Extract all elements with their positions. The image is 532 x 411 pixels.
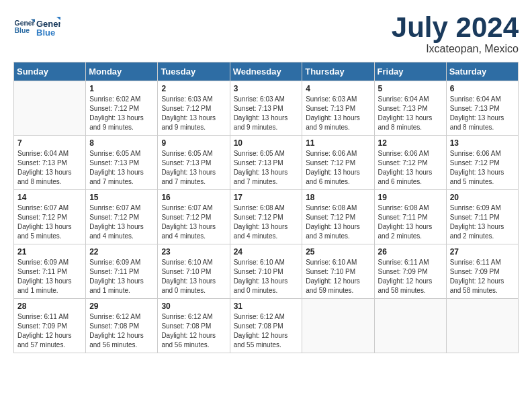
daylight-text: Daylight: 12 hours and 57 minutes. — [17, 332, 72, 349]
sunset-text: Sunset: 7:08 PM — [89, 322, 139, 330]
daylight-text: Daylight: 13 hours and 8 minutes. — [17, 169, 72, 185]
sunset-text: Sunset: 7:11 PM — [378, 214, 428, 221]
sunset-text: Sunset: 7:12 PM — [450, 159, 500, 167]
daylight-text: Daylight: 13 hours and 9 minutes. — [89, 114, 144, 131]
day-info: Sunrise: 6:08 AM Sunset: 7:12 PM Dayligh… — [234, 203, 299, 241]
calendar-cell: 4 Sunrise: 6:03 AM Sunset: 7:13 PM Dayli… — [302, 81, 374, 136]
day-header-friday: Friday — [374, 62, 446, 81]
sunrise-text: Sunrise: 6:12 AM — [161, 313, 212, 320]
day-number: 19 — [378, 193, 443, 202]
daylight-text: Daylight: 13 hours and 2 minutes. — [450, 223, 504, 240]
day-number: 22 — [89, 247, 154, 257]
day-number: 15 — [89, 193, 154, 202]
calendar-cell: 16 Sunrise: 6:07 AM Sunset: 7:12 PM Dayl… — [158, 190, 230, 244]
location: Ixcateopan, Mexico — [392, 43, 519, 55]
daylight-text: Daylight: 13 hours and 2 minutes. — [378, 223, 433, 240]
week-row-4: 21 Sunrise: 6:09 AM Sunset: 7:11 PM Dayl… — [14, 244, 519, 299]
daylight-text: Daylight: 13 hours and 6 minutes. — [306, 169, 360, 185]
sunset-text: Sunset: 7:10 PM — [161, 268, 211, 275]
sunset-text: Sunset: 7:13 PM — [378, 105, 428, 112]
sunrise-text: Sunrise: 6:12 AM — [89, 313, 140, 320]
sunrise-text: Sunrise: 6:10 AM — [161, 259, 212, 266]
day-number: 7 — [17, 138, 82, 148]
daylight-text: Daylight: 12 hours and 58 minutes. — [450, 277, 504, 294]
day-number: 12 — [378, 138, 443, 148]
sunset-text: Sunset: 7:11 PM — [450, 214, 500, 221]
calendar-cell: 5 Sunrise: 6:04 AM Sunset: 7:13 PM Dayli… — [374, 81, 446, 136]
day-info: Sunrise: 6:09 AM Sunset: 7:11 PM Dayligh… — [17, 258, 82, 295]
sunrise-text: Sunrise: 6:11 AM — [450, 259, 501, 266]
day-number: 2 — [161, 84, 226, 93]
calendar-cell — [374, 299, 446, 353]
day-info: Sunrise: 6:07 AM Sunset: 7:12 PM Dayligh… — [89, 203, 154, 241]
sunset-text: Sunset: 7:13 PM — [306, 105, 355, 112]
day-number: 29 — [89, 302, 154, 311]
daylight-text: Daylight: 13 hours and 4 minutes. — [234, 223, 288, 240]
day-number: 14 — [17, 193, 82, 202]
day-header-wednesday: Wednesday — [230, 62, 302, 81]
calendar-cell: 30 Sunrise: 6:12 AM Sunset: 7:08 PM Dayl… — [158, 299, 230, 353]
calendar-cell: 8 Sunrise: 6:05 AM Sunset: 7:13 PM Dayli… — [86, 136, 158, 190]
page-header: General Blue General Blue July 2024 Ixca… — [13, 13, 519, 55]
sunset-text: Sunset: 7:12 PM — [161, 105, 211, 112]
day-info: Sunrise: 6:03 AM Sunset: 7:12 PM Dayligh… — [161, 95, 226, 132]
daylight-text: Daylight: 12 hours and 58 minutes. — [378, 277, 433, 294]
day-number: 17 — [234, 193, 299, 202]
day-number: 21 — [17, 247, 82, 257]
svg-text:General: General — [15, 19, 35, 27]
day-info: Sunrise: 6:10 AM Sunset: 7:10 PM Dayligh… — [306, 258, 370, 295]
sunrise-text: Sunrise: 6:06 AM — [378, 150, 429, 157]
sunrise-text: Sunrise: 6:08 AM — [234, 204, 285, 212]
sunrise-text: Sunrise: 6:07 AM — [161, 204, 212, 212]
calendar-header-row: SundayMondayTuesdayWednesdayThursdayFrid… — [14, 62, 519, 81]
calendar-cell: 23 Sunrise: 6:10 AM Sunset: 7:10 PM Dayl… — [158, 244, 230, 299]
sunrise-text: Sunrise: 6:11 AM — [378, 259, 429, 266]
calendar-cell: 6 Sunrise: 6:04 AM Sunset: 7:13 PM Dayli… — [446, 81, 518, 136]
day-info: Sunrise: 6:11 AM Sunset: 7:09 PM Dayligh… — [17, 312, 82, 350]
week-row-3: 14 Sunrise: 6:07 AM Sunset: 7:12 PM Dayl… — [14, 190, 519, 244]
calendar-cell: 22 Sunrise: 6:09 AM Sunset: 7:11 PM Dayl… — [86, 244, 158, 299]
sunset-text: Sunset: 7:13 PM — [450, 105, 500, 112]
day-info: Sunrise: 6:11 AM Sunset: 7:09 PM Dayligh… — [450, 258, 515, 295]
day-number: 20 — [450, 193, 515, 202]
day-info: Sunrise: 6:12 AM Sunset: 7:08 PM Dayligh… — [161, 312, 226, 350]
week-row-2: 7 Sunrise: 6:04 AM Sunset: 7:13 PM Dayli… — [14, 136, 519, 190]
day-info: Sunrise: 6:09 AM Sunset: 7:11 PM Dayligh… — [89, 258, 154, 295]
day-info: Sunrise: 6:06 AM Sunset: 7:12 PM Dayligh… — [306, 149, 370, 187]
day-header-monday: Monday — [86, 62, 158, 81]
day-info: Sunrise: 6:03 AM Sunset: 7:13 PM Dayligh… — [234, 95, 299, 132]
logo-bird-icon: General Blue — [36, 13, 60, 38]
day-number: 31 — [234, 302, 299, 311]
daylight-text: Daylight: 13 hours and 5 minutes. — [17, 223, 72, 240]
calendar-cell: 26 Sunrise: 6:11 AM Sunset: 7:09 PM Dayl… — [374, 244, 446, 299]
day-info: Sunrise: 6:04 AM Sunset: 7:13 PM Dayligh… — [378, 95, 443, 132]
sunset-text: Sunset: 7:12 PM — [89, 105, 139, 112]
day-header-thursday: Thursday — [302, 62, 374, 81]
daylight-text: Daylight: 12 hours and 56 minutes. — [89, 332, 144, 349]
calendar-cell: 20 Sunrise: 6:09 AM Sunset: 7:11 PM Dayl… — [446, 190, 518, 244]
daylight-text: Daylight: 13 hours and 9 minutes. — [161, 114, 216, 131]
sunrise-text: Sunrise: 6:08 AM — [378, 204, 429, 212]
calendar-cell: 29 Sunrise: 6:12 AM Sunset: 7:08 PM Dayl… — [86, 299, 158, 353]
calendar-cell — [446, 299, 518, 353]
calendar-cell: 31 Sunrise: 6:12 AM Sunset: 7:08 PM Dayl… — [230, 299, 302, 353]
sunset-text: Sunset: 7:09 PM — [378, 268, 428, 275]
calendar-cell: 12 Sunrise: 6:06 AM Sunset: 7:12 PM Dayl… — [374, 136, 446, 190]
svg-text:Blue: Blue — [36, 28, 55, 38]
daylight-text: Daylight: 13 hours and 7 minutes. — [161, 169, 216, 185]
day-info: Sunrise: 6:05 AM Sunset: 7:13 PM Dayligh… — [161, 149, 226, 187]
sunset-text: Sunset: 7:09 PM — [450, 268, 500, 275]
daylight-text: Daylight: 13 hours and 7 minutes. — [234, 169, 288, 185]
day-number: 25 — [306, 247, 370, 257]
calendar-cell: 25 Sunrise: 6:10 AM Sunset: 7:10 PM Dayl… — [302, 244, 374, 299]
sunrise-text: Sunrise: 6:05 AM — [161, 150, 212, 157]
day-number: 27 — [450, 247, 515, 257]
calendar-cell — [14, 81, 86, 136]
month-title: July 2024 — [392, 13, 519, 42]
calendar-cell: 7 Sunrise: 6:04 AM Sunset: 7:13 PM Dayli… — [14, 136, 86, 190]
day-info: Sunrise: 6:04 AM Sunset: 7:13 PM Dayligh… — [450, 95, 515, 132]
day-number: 3 — [234, 84, 299, 93]
day-number: 18 — [306, 193, 370, 202]
sunset-text: Sunset: 7:11 PM — [89, 268, 139, 275]
daylight-text: Daylight: 12 hours and 56 minutes. — [161, 332, 216, 349]
